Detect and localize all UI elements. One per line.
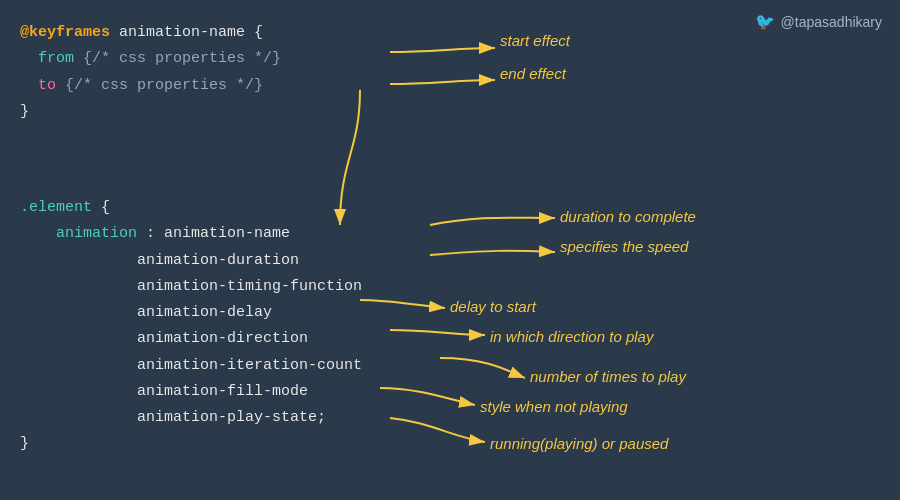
annotation-running: running(playing) or paused bbox=[490, 435, 668, 452]
element-line6: animation-direction bbox=[20, 326, 362, 352]
element-line5: animation-delay bbox=[20, 300, 362, 326]
element-line2: animation : animation-name bbox=[20, 221, 362, 247]
element-line1: .element { bbox=[20, 195, 362, 221]
annotation-count: number of times to play bbox=[530, 368, 686, 385]
element-line4: animation-timing-function bbox=[20, 274, 362, 300]
element-block: .element { animation : animation-name an… bbox=[20, 195, 362, 458]
keyframes-name: animation-name { bbox=[119, 24, 263, 41]
annotation-duration: duration to complete bbox=[560, 208, 696, 225]
element-line3: animation-duration bbox=[20, 248, 362, 274]
keyframes-line4: } bbox=[20, 99, 281, 125]
keyframes-keyword: @keyframes bbox=[20, 24, 110, 41]
annotation-end-effect: end effect bbox=[500, 65, 566, 82]
annotation-delay: delay to start bbox=[450, 298, 536, 315]
from-keyword: from bbox=[20, 50, 74, 67]
keyframes-line1: @keyframes animation-name { bbox=[20, 20, 281, 46]
element-line8: animation-fill-mode bbox=[20, 379, 362, 405]
keyframes-line2: from {/* css properties */} bbox=[20, 46, 281, 72]
keyframes-line3: to {/* css properties */} bbox=[20, 73, 281, 99]
element-line9: animation-play-state; bbox=[20, 405, 362, 431]
to-body: {/* css properties */} bbox=[65, 77, 263, 94]
twitter-icon: 🐦 bbox=[755, 12, 775, 31]
annotation-start-effect: start effect bbox=[500, 32, 570, 49]
from-body: {/* css properties */} bbox=[83, 50, 281, 67]
twitter-handle: 🐦 @tapasadhikary bbox=[755, 12, 882, 31]
to-keyword: to bbox=[20, 77, 56, 94]
element-line7: animation-iteration-count bbox=[20, 353, 362, 379]
annotation-style: style when not playing bbox=[480, 398, 628, 415]
twitter-username: @tapasadhikary bbox=[781, 14, 882, 30]
annotation-direction: in which direction to play bbox=[490, 328, 653, 345]
code-block: @keyframes animation-name { from {/* css… bbox=[20, 20, 281, 125]
annotation-speed: specifies the speed bbox=[560, 238, 688, 255]
element-line10: } bbox=[20, 431, 362, 457]
